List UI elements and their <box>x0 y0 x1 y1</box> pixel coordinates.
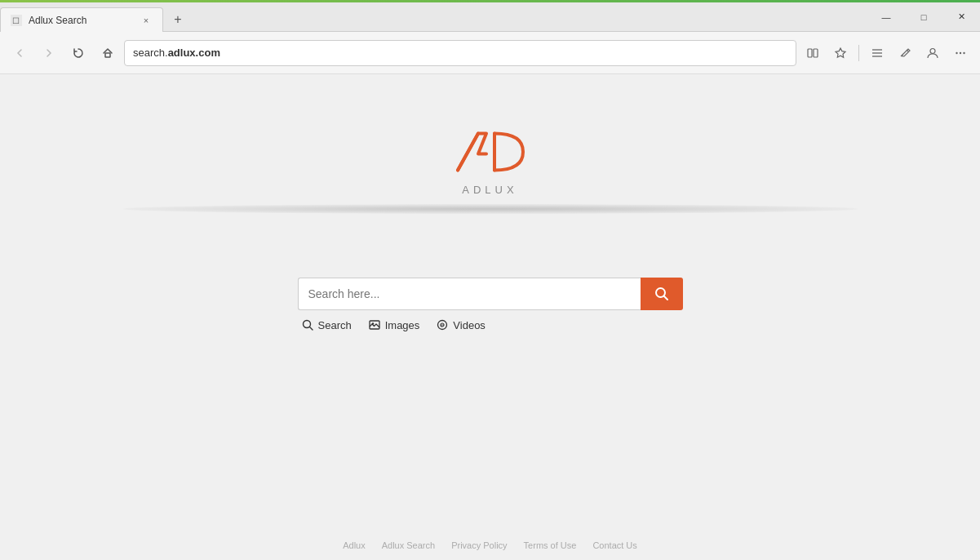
search-type-search-icon <box>301 318 314 331</box>
svg-point-20 <box>442 324 443 325</box>
search-types: Search Images Videos <box>301 318 486 331</box>
footer-link-terms[interactable]: Terms of Use <box>524 540 577 550</box>
adlux-logo <box>441 123 539 180</box>
refresh-button[interactable] <box>65 40 91 66</box>
search-icon <box>654 287 669 301</box>
svg-line-15 <box>309 327 313 331</box>
svg-point-8 <box>930 48 935 53</box>
home-button[interactable] <box>95 40 121 66</box>
search-type-videos[interactable]: Videos <box>436 318 486 331</box>
svg-line-13 <box>663 296 667 300</box>
logo-area: ADLUX <box>441 123 539 196</box>
favorites-button[interactable] <box>827 40 854 66</box>
search-type-images[interactable]: Images <box>368 318 420 331</box>
footer-link-privacy[interactable]: Privacy Policy <box>451 540 507 550</box>
footer-link-adlux-search[interactable]: Adlux Search <box>382 540 435 550</box>
account-button[interactable] <box>920 40 946 66</box>
search-bar-row <box>298 278 683 310</box>
svg-point-9 <box>956 51 957 53</box>
search-section: Search Images Videos <box>298 278 683 331</box>
forward-button[interactable] <box>36 40 62 66</box>
svg-text:☐: ☐ <box>12 16 20 25</box>
search-type-videos-label: Videos <box>453 319 486 331</box>
web-notes-button[interactable] <box>892 40 918 66</box>
window-controls: — □ ✕ <box>867 2 980 32</box>
svg-rect-4 <box>814 49 818 57</box>
hub-button[interactable] <box>864 40 890 66</box>
browser-frame: ☐ Adlux Search × + — □ ✕ sear <box>0 0 980 560</box>
nav-bar: search.adlux.com <box>0 32 980 74</box>
address-bar[interactable]: search.adlux.com <box>124 40 796 66</box>
search-type-search[interactable]: Search <box>301 318 352 331</box>
reading-view-button[interactable] <box>800 40 826 66</box>
tab-bar: ☐ Adlux Search × + <box>0 2 189 31</box>
new-tab-button[interactable]: + <box>166 8 189 31</box>
back-button[interactable] <box>7 40 33 66</box>
active-tab[interactable]: ☐ Adlux Search × <box>0 7 163 32</box>
footer-link-contact[interactable]: Contact Us <box>592 540 636 550</box>
page-content: ADLUX Search <box>0 74 980 560</box>
search-type-search-label: Search <box>318 319 352 331</box>
svg-point-10 <box>960 51 961 53</box>
more-button[interactable] <box>947 40 973 66</box>
close-button[interactable]: ✕ <box>942 2 980 32</box>
maximize-button[interactable]: □ <box>905 2 942 32</box>
tab-favicon-icon: ☐ <box>11 15 22 26</box>
svg-rect-3 <box>808 49 812 57</box>
title-bar: ☐ Adlux Search × + — □ ✕ <box>0 2 980 32</box>
search-input[interactable] <box>298 278 641 310</box>
search-button[interactable] <box>641 278 683 310</box>
minimize-button[interactable]: — <box>867 2 905 32</box>
search-type-images-label: Images <box>385 319 420 331</box>
footer-link-adlux[interactable]: Adlux <box>343 540 366 550</box>
svg-point-11 <box>963 51 964 53</box>
logo-text: ADLUX <box>462 184 517 196</box>
tab-title: Adlux Search <box>29 15 86 26</box>
search-type-videos-icon <box>436 318 449 331</box>
tab-close-button[interactable]: × <box>140 14 153 27</box>
search-type-images-icon <box>368 318 381 331</box>
shadow-arc <box>99 196 882 229</box>
page-footer: Adlux Adlux Search Privacy Policy Terms … <box>343 540 637 550</box>
address-text: search.adlux.com <box>133 47 787 59</box>
nav-right-actions <box>800 40 973 66</box>
separator <box>858 45 859 61</box>
svg-rect-2 <box>105 53 110 57</box>
